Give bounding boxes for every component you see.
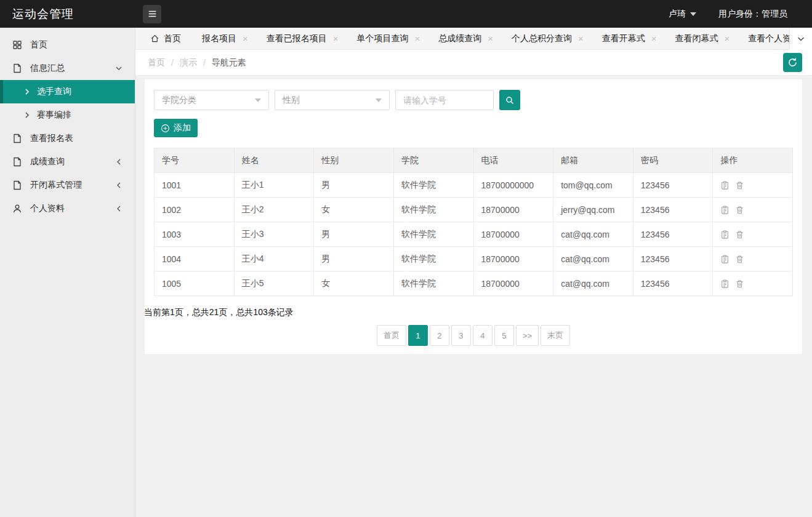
table-cell: 123456 xyxy=(633,271,713,296)
sidebar-subitem-player-query[interactable]: 选手查询 xyxy=(0,80,135,103)
table-cell: 男 xyxy=(314,247,394,271)
add-button[interactable]: 添加 xyxy=(154,119,198,137)
table-cell: 123456 xyxy=(633,222,713,247)
table-cell: 18700000 xyxy=(473,198,553,222)
breadcrumb-home[interactable]: 首页 xyxy=(148,57,165,68)
delete-icon[interactable] xyxy=(735,206,744,215)
tab-signup-project[interactable]: 报名项目 × xyxy=(193,28,257,49)
tab-single-event-query[interactable]: 单个项目查询 × xyxy=(348,28,430,49)
tabs-overflow-button[interactable] xyxy=(789,28,812,50)
user-menu[interactable]: 卢琦 xyxy=(669,9,696,20)
delete-icon[interactable] xyxy=(735,255,744,264)
close-icon[interactable]: × xyxy=(651,34,657,43)
close-icon[interactable]: × xyxy=(488,34,493,43)
sidebar-item-profile[interactable]: 个人资料 xyxy=(0,197,135,220)
breadcrumb-separator: / xyxy=(171,58,174,68)
app-title: 运动会管理 xyxy=(0,6,135,22)
table-cell: 1001 xyxy=(155,173,235,198)
file-icon xyxy=(12,63,22,73)
student-id-input[interactable] xyxy=(395,90,494,110)
table-cell: 男 xyxy=(314,173,394,198)
file-icon xyxy=(12,157,22,167)
tab-view-registered[interactable]: 查看已报名项目 × xyxy=(257,28,348,49)
page-first-button[interactable]: 首页 xyxy=(377,325,406,346)
table-cell: 18700000 xyxy=(473,222,553,247)
breadcrumb-bar: 首页 / 演示 / 导航元素 xyxy=(135,50,812,76)
row-actions xyxy=(713,173,793,198)
sidebar-item-label: 成绩查询 xyxy=(30,156,65,167)
page-next-set-button[interactable]: >> xyxy=(516,325,539,346)
table-cell: 软件学院 xyxy=(393,173,473,198)
table-cell: cat@qq.com xyxy=(553,222,633,247)
page-number-button[interactable]: 4 xyxy=(473,325,492,346)
edit-icon[interactable] xyxy=(720,206,730,215)
sidebar-subitem-event-arrangement[interactable]: 赛事编排 xyxy=(0,103,135,127)
edit-icon[interactable] xyxy=(720,230,730,239)
menu-toggle-button[interactable] xyxy=(143,5,161,23)
content-area: 学院分类 性别 xyxy=(135,76,812,517)
chevron-left-icon xyxy=(115,158,123,166)
select-value: 学院分类 xyxy=(162,95,196,106)
tab-closing-ceremony[interactable]: 查看闭幕式 × xyxy=(666,28,739,49)
table-cell: 王小4 xyxy=(234,247,314,271)
edit-icon[interactable] xyxy=(720,181,730,190)
sidebar-item-registration-form[interactable]: 查看报名表 xyxy=(0,127,135,150)
page-last-button[interactable]: 末页 xyxy=(541,325,570,346)
chevron-down-icon xyxy=(115,65,123,72)
tab-total-score-query[interactable]: 总成绩查询 × xyxy=(429,28,502,49)
close-icon[interactable]: × xyxy=(243,34,248,43)
search-button[interactable] xyxy=(499,90,520,110)
sidebar-item-home[interactable]: 首页 xyxy=(0,33,135,57)
tab-label: 首页 xyxy=(164,33,181,44)
page-number-button[interactable]: 5 xyxy=(494,325,514,346)
table-row: 1003王小3男软件学院18700000cat@qq.com123456 xyxy=(155,222,793,247)
refresh-button[interactable] xyxy=(783,53,802,72)
caret-down-icon xyxy=(690,12,696,16)
column-header: 操作 xyxy=(713,148,793,173)
tab-opening-ceremony[interactable]: 查看开幕式 × xyxy=(593,28,666,49)
college-filter-select[interactable]: 学院分类 xyxy=(154,90,269,110)
delete-icon[interactable] xyxy=(735,279,744,289)
chevron-left-icon xyxy=(115,205,123,212)
table-row: 1005王小5女软件学院18700000cat@qq.com123456 xyxy=(155,271,793,296)
page-number-button[interactable]: 2 xyxy=(430,325,449,346)
sidebar-item-info-summary[interactable]: 信息汇总 xyxy=(0,57,135,80)
tab-label: 单个项目查询 xyxy=(357,33,409,44)
table-cell: 18700000 xyxy=(473,271,553,296)
gender-filter-select[interactable]: 性别 xyxy=(275,90,390,110)
table-cell: cat@qq.com xyxy=(553,271,633,296)
tab-personal-points-query[interactable]: 个人总积分查询 × xyxy=(502,28,593,49)
table-cell: 1004 xyxy=(155,247,235,271)
sidebar-item-ceremony-management[interactable]: 开闭幕式管理 xyxy=(0,174,135,197)
close-icon[interactable]: × xyxy=(415,34,420,43)
edit-icon[interactable] xyxy=(720,279,730,289)
close-icon[interactable]: × xyxy=(333,34,339,43)
breadcrumb-current: 导航元素 xyxy=(212,57,246,68)
tab-home[interactable]: 首页 xyxy=(135,28,193,49)
table-cell: tom@qq.com xyxy=(553,173,633,198)
table-cell: 王小2 xyxy=(234,198,314,222)
delete-icon[interactable] xyxy=(735,230,744,239)
breadcrumb-demo[interactable]: 演示 xyxy=(180,57,197,68)
pagination-summary: 当前第1页，总共21页，总共103条记录 xyxy=(144,307,793,318)
edit-icon[interactable] xyxy=(720,255,730,264)
chevron-right-icon xyxy=(23,111,31,119)
table-cell: 123456 xyxy=(633,173,713,198)
close-icon[interactable]: × xyxy=(725,34,730,43)
page-number-button[interactable]: 3 xyxy=(451,325,471,346)
delete-icon[interactable] xyxy=(735,181,744,190)
sidebar-item-label: 个人资料 xyxy=(30,203,65,214)
page-number-button[interactable]: 1 xyxy=(408,325,428,346)
table-cell: 王小3 xyxy=(234,222,314,247)
row-actions xyxy=(713,198,793,222)
table-cell: 1002 xyxy=(155,198,235,222)
sidebar-item-score-query[interactable]: 成绩查询 xyxy=(0,150,135,174)
home-icon xyxy=(150,34,159,43)
table-cell: 1005 xyxy=(155,271,235,296)
column-header: 电话 xyxy=(473,148,553,173)
column-header: 学号 xyxy=(155,148,235,173)
column-header: 学院 xyxy=(393,148,473,173)
app-window: 运动会管理 卢琦 用户身份：管理员 首页 信息汇总 xyxy=(0,0,812,517)
close-icon[interactable]: × xyxy=(578,34,584,43)
row-actions xyxy=(713,247,793,271)
